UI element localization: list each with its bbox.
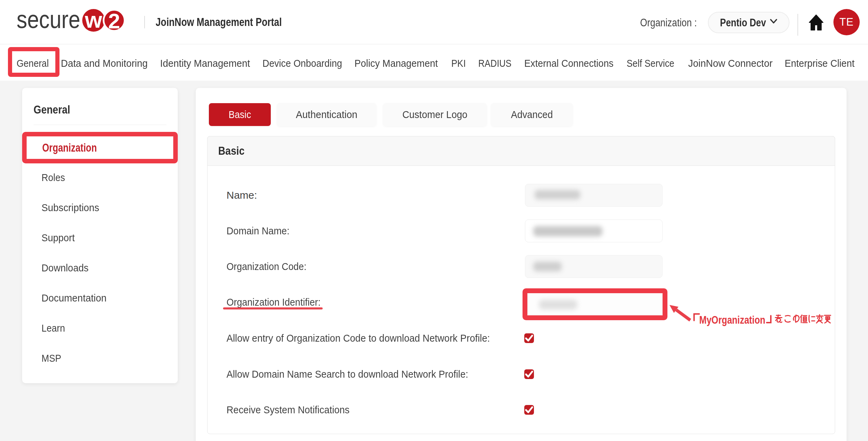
- svg-text:secure: secure: [17, 5, 80, 33]
- svg-text:MyOrganization: MyOrganization: [699, 314, 765, 326]
- svg-text:2: 2: [108, 9, 120, 33]
- svg-text:w: w: [85, 8, 102, 33]
